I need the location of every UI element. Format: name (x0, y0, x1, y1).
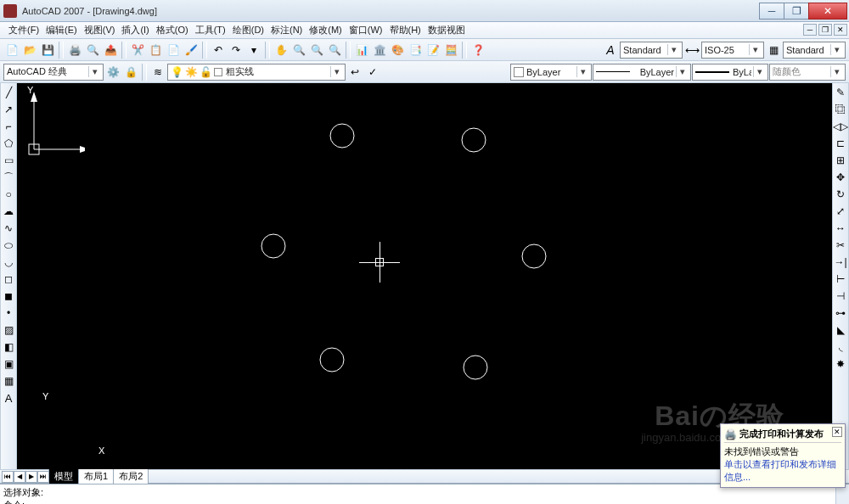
doc-minimize-button[interactable]: ─ (803, 24, 817, 36)
zoom-realtime-button[interactable]: 🔍 (290, 42, 307, 59)
save-button[interactable]: 💾 (39, 42, 56, 59)
copy-button[interactable]: 📋 (147, 42, 164, 59)
menu-dimension[interactable]: 标注(N) (267, 22, 306, 38)
rotate-button[interactable]: ↻ (833, 187, 848, 202)
table-button[interactable]: ▦ (1, 373, 16, 389)
xline-button[interactable]: ↗ (1, 102, 16, 117)
tab-first-button[interactable]: ⏮ (2, 471, 14, 483)
menu-help[interactable]: 帮助(H) (386, 22, 424, 38)
popup-close-button[interactable]: ✕ (832, 427, 842, 437)
zoom-window-button[interactable]: 🔍 (308, 42, 325, 59)
pan-button[interactable]: ✋ (273, 42, 290, 59)
menu-modify[interactable]: 修改(M) (306, 22, 346, 38)
calc-button[interactable]: 🧮 (442, 42, 459, 59)
doc-restore-button[interactable]: ❐ (818, 24, 832, 36)
layer-prev-button[interactable]: ↩ (346, 64, 363, 81)
move-button[interactable]: ✥ (833, 170, 848, 185)
stretch-button[interactable]: ↔ (833, 221, 848, 236)
print-button[interactable]: 🖨️ (66, 42, 83, 59)
markup-button[interactable]: 📝 (424, 42, 441, 59)
linetype-dropdown[interactable]: ByLayer ▾ (593, 64, 691, 81)
dim-style-icon-button[interactable]: ⟷ (683, 42, 700, 59)
paste-button[interactable]: 📄 (165, 42, 182, 59)
drawing-canvas[interactable]: Y X Y Baiの经验 jingyan.baidu.com (17, 83, 832, 469)
join-button[interactable]: ⊶ (833, 305, 848, 321)
layer-manager-button[interactable]: ≋ (149, 64, 166, 81)
tab-last-button[interactable]: ⏭ (37, 471, 49, 483)
dim-style-dropdown[interactable]: ISO-25 ▾ (701, 42, 764, 59)
table-style-dropdown[interactable]: Standard ▾ (783, 42, 846, 59)
text-style-icon-button[interactable]: A (602, 42, 619, 59)
designcenter-button[interactable]: 🏛️ (371, 42, 388, 59)
mirror-button[interactable]: ◁▷ (833, 119, 848, 134)
hatch-button[interactable]: ▨ (1, 322, 16, 338)
spline-button[interactable]: ∿ (1, 221, 16, 236)
layer-dropdown[interactable]: 💡 ☀️ 🔓 粗实线 ▾ (167, 64, 346, 81)
arc-button[interactable]: ⌒ (1, 170, 16, 185)
scale-button[interactable]: ⤢ (833, 204, 848, 219)
erase-button[interactable]: ✎ (833, 85, 848, 100)
trim-button[interactable]: ✂ (833, 238, 848, 253)
point-button[interactable]: • (1, 305, 16, 321)
menu-insert[interactable]: 插入(I) (118, 22, 152, 38)
offset-button[interactable]: ⊏ (833, 136, 848, 151)
text-style-dropdown[interactable]: Standard ▾ (620, 42, 683, 59)
tool-palette-button[interactable]: 🎨 (389, 42, 406, 59)
undo-dropdown[interactable]: ▾ (245, 42, 262, 59)
properties-button[interactable]: 📊 (353, 42, 370, 59)
menu-file[interactable]: 文件(F) (5, 22, 42, 38)
minimize-button[interactable]: ─ (759, 3, 784, 20)
array-button[interactable]: ⊞ (833, 153, 848, 168)
rectangle-button[interactable]: ▭ (1, 153, 16, 168)
plot-preview-button[interactable]: 🔍 (84, 42, 101, 59)
tab-layout1[interactable]: 布局1 (78, 468, 114, 484)
menu-window[interactable]: 窗口(W) (346, 22, 386, 38)
workspace-lock-button[interactable]: 🔒 (122, 64, 139, 81)
tab-next-button[interactable]: ▶ (25, 471, 37, 483)
ellipse-button[interactable]: ⬭ (1, 238, 16, 253)
layer-state-button[interactable]: ✓ (364, 64, 381, 81)
mtext-button[interactable]: A (1, 390, 16, 406)
zoom-previous-button[interactable]: 🔍 (326, 42, 343, 59)
gradient-button[interactable]: ◧ (1, 339, 16, 355)
close-button[interactable]: ✕ (808, 3, 847, 20)
menu-format[interactable]: 格式(O) (153, 22, 192, 38)
insert-block-button[interactable]: ◻ (1, 272, 16, 287)
cut-button[interactable]: ✂️ (129, 42, 146, 59)
break-point-button[interactable]: ⊢ (833, 272, 848, 287)
circle-button[interactable]: ○ (1, 187, 16, 202)
chamfer-button[interactable]: ◣ (833, 322, 848, 338)
menu-edit[interactable]: 编辑(E) (42, 22, 81, 38)
doc-close-button[interactable]: ✕ (834, 24, 847, 36)
lineweight-dropdown[interactable]: ByLayer ▾ (692, 64, 768, 81)
workspace-settings-button[interactable]: ⚙️ (104, 64, 121, 81)
polygon-button[interactable]: ⬠ (1, 136, 16, 151)
tab-layout2[interactable]: 布局2 (113, 468, 149, 484)
tab-prev-button[interactable]: ◀ (14, 471, 25, 483)
extend-button[interactable]: →| (833, 255, 848, 270)
region-button[interactable]: ▣ (1, 356, 16, 372)
color-dropdown[interactable]: ByLayer ▾ (510, 64, 592, 81)
polyline-button[interactable]: ⌐ (1, 119, 16, 134)
menu-draw[interactable]: 绘图(D) (229, 22, 267, 38)
break-button[interactable]: ⊣ (833, 288, 848, 304)
publish-button[interactable]: 📤 (102, 42, 119, 59)
open-button[interactable]: 📂 (21, 42, 38, 59)
command-lines[interactable]: 选择对象: 命令: (0, 484, 835, 504)
revcloud-button[interactable]: ☁ (1, 204, 16, 219)
match-props-button[interactable]: 🖌️ (183, 42, 200, 59)
tab-model[interactable]: 模型 (48, 468, 79, 484)
popup-details-link[interactable]: 单击以查看打印和发布详细信息... (724, 458, 841, 484)
undo-button[interactable]: ↶ (210, 42, 227, 59)
fillet-button[interactable]: ◟ (833, 339, 848, 355)
redo-button[interactable]: ↷ (228, 42, 245, 59)
copy-obj-button[interactable]: ⿻ (833, 102, 848, 117)
line-button[interactable]: ╱ (1, 85, 16, 100)
explode-button[interactable]: ✸ (833, 356, 848, 372)
workspace-dropdown[interactable]: AutoCAD 经典 ▾ (3, 64, 104, 81)
sheet-set-button[interactable]: 📑 (407, 42, 424, 59)
menu-dataview[interactable]: 数据视图 (424, 22, 469, 38)
menu-view[interactable]: 视图(V) (81, 22, 119, 38)
maximize-button[interactable]: ❐ (784, 3, 809, 20)
make-block-button[interactable]: ◼ (1, 288, 16, 304)
